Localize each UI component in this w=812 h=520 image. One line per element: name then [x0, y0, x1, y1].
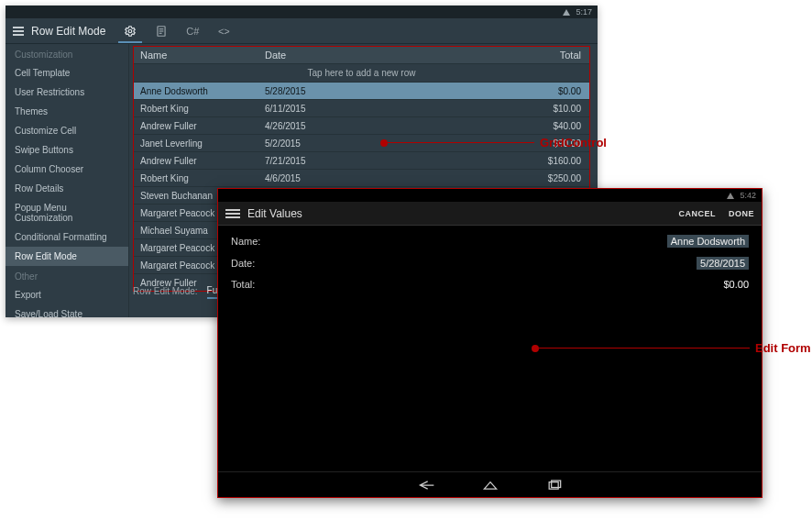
sidebar-item[interactable]: Customize Cell	[5, 121, 128, 140]
edit-title: Edit Values	[247, 207, 665, 220]
sidebar-item[interactable]: Export	[5, 285, 128, 304]
sidebar-item[interactable]: Conditional Formatting	[5, 227, 128, 247]
sidebar-item[interactable]: User Restrictions	[5, 83, 128, 102]
status-time: 5:42	[740, 191, 756, 200]
sidebar-item[interactable]: Themes	[5, 102, 128, 121]
callout-editform: Edit Form	[532, 341, 811, 355]
callout-dot-icon	[532, 345, 539, 352]
tab-csharp[interactable]: C#	[177, 18, 208, 43]
field-label: Name:	[231, 236, 260, 247]
nav-back-icon[interactable]	[417, 479, 435, 492]
name-field[interactable]: Anne Dodsworth	[667, 235, 749, 248]
document-icon	[155, 25, 168, 38]
callout-gridcontrol: GridControl	[380, 136, 607, 149]
status-bar: 5:17	[5, 6, 598, 18]
sidebar-item[interactable]: Column Chooser	[5, 160, 128, 179]
callout-label: GridControl	[540, 136, 607, 149]
callout-line	[539, 348, 750, 349]
gear-icon	[124, 25, 137, 38]
hamburger-icon[interactable]	[225, 209, 240, 218]
page-title: Row Edit Mode	[31, 25, 105, 38]
svg-point-0	[129, 29, 133, 33]
sidebar-item[interactable]: Popup Menu Customization	[5, 198, 128, 227]
edit-form-body: Name: Anne Dodsworth Date: 5/28/2015 Tot…	[218, 226, 762, 308]
sidebar-item[interactable]: Swipe Buttons	[5, 140, 128, 160]
top-bar: Row Edit Mode C# <>	[5, 18, 598, 44]
callout-label: Edit Form	[755, 341, 811, 355]
sidebar-section-customization: Customization	[5, 44, 128, 63]
sidebar-item[interactable]: Row Details	[5, 179, 128, 198]
edit-row-total: Total: $0.00	[231, 279, 749, 290]
signal-icon	[727, 193, 734, 199]
tab-settings[interactable]	[115, 18, 146, 43]
sidebar-item[interactable]: Cell Template	[5, 63, 128, 83]
callout-line	[388, 142, 534, 143]
row-edit-mode-label: Row Edit Mode:	[133, 286, 198, 296]
done-button[interactable]: DONE	[729, 209, 754, 218]
callout-dot-icon	[380, 139, 388, 147]
tab-description[interactable]	[146, 18, 177, 43]
sidebar-item[interactable]: Save/Load State	[5, 304, 128, 317]
status-time: 5:17	[576, 7, 592, 17]
tab-code[interactable]: <>	[208, 18, 239, 43]
cancel-button[interactable]: CANCEL	[678, 209, 716, 218]
sidebar-item-row-edit-mode[interactable]: Row Edit Mode	[5, 247, 128, 266]
field-label: Date:	[231, 258, 255, 269]
total-field[interactable]: $0.00	[723, 279, 749, 290]
nav-home-icon[interactable]	[481, 479, 499, 492]
status-bar: 5:42	[218, 189, 762, 202]
hamburger-icon[interactable]	[9, 27, 27, 36]
edit-row-date: Date: 5/28/2015	[231, 257, 749, 270]
android-navbar	[218, 471, 762, 497]
nav-recent-icon[interactable]	[545, 479, 564, 492]
edit-header: Edit Values CANCEL DONE	[218, 202, 762, 226]
edit-row-name: Name: Anne Dodsworth	[231, 235, 749, 248]
tab-strip: C# <>	[115, 18, 239, 43]
sidebar: Customization Cell Template User Restric…	[5, 44, 129, 317]
signal-icon	[563, 9, 570, 16]
sidebar-section-other: Other	[5, 266, 128, 285]
field-label: Total:	[231, 279, 255, 290]
date-field[interactable]: 5/28/2015	[697, 257, 749, 270]
